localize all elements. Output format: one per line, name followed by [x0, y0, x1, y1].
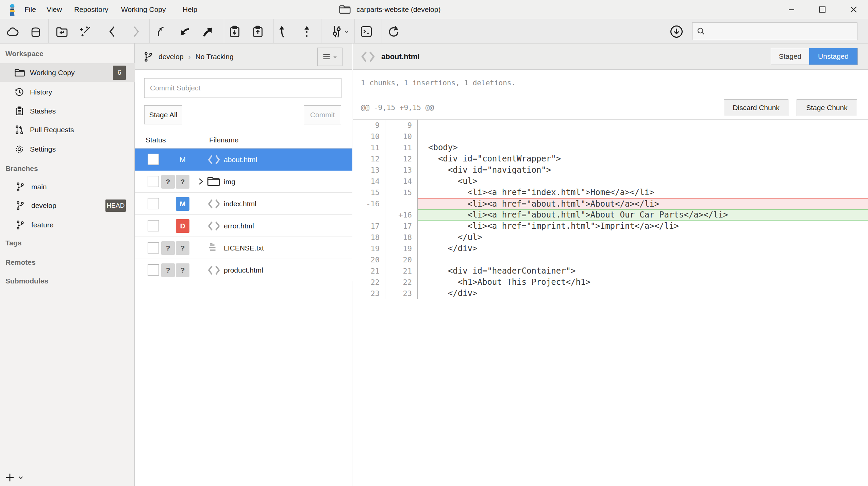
stage-checkbox[interactable] — [148, 176, 159, 187]
push-icon[interactable] — [200, 24, 215, 39]
unstaged-tab[interactable]: Unstaged — [809, 48, 857, 65]
menu-repository[interactable]: Repository — [72, 0, 110, 19]
diff-line: 1111<body> — [353, 142, 868, 153]
dashed-arrow-icon[interactable] — [299, 24, 315, 39]
commit-button[interactable]: Commit — [304, 105, 341, 124]
stage-chunk-button[interactable]: Stage Chunk — [797, 99, 857, 116]
open-repository-icon[interactable] — [54, 24, 70, 39]
menu-help[interactable]: Help — [181, 0, 199, 19]
forward-icon[interactable] — [128, 24, 144, 39]
status-untracked-badge: ? — [161, 175, 175, 189]
staged-tab[interactable]: Staged — [771, 48, 809, 65]
commit-subject-input[interactable] — [144, 78, 341, 98]
filename-label: img — [224, 171, 235, 193]
filename-label: index.html — [224, 193, 256, 215]
pull-icon[interactable] — [177, 24, 192, 39]
fork-app-icon — [6, 3, 18, 16]
terminal-icon[interactable] — [358, 24, 374, 39]
diff-line: 1515 <li><a href="index.html">Home</a></… — [353, 187, 868, 198]
settings-gear-icon — [14, 144, 24, 154]
branches-header: Branches — [5, 164, 38, 173]
filename-label: about.html — [224, 149, 257, 171]
repository-drive-icon[interactable] — [28, 24, 44, 39]
stage-checkbox[interactable] — [148, 154, 159, 165]
fetch-cloud-icon[interactable] — [5, 24, 20, 39]
sidebar-item-label: Stashes — [30, 107, 56, 115]
search-box[interactable] — [692, 22, 857, 40]
expand-chevron-icon[interactable] — [197, 177, 204, 186]
file-row-product[interactable]: ? ? product.html — [135, 259, 352, 281]
diff-line: 1717 <li><a href="imprint.html">Imprint<… — [353, 221, 868, 232]
diff-line: 1414 <ul> — [353, 176, 868, 187]
stashes-icon — [14, 106, 24, 117]
sidebar-item-pull-requests[interactable]: Pull Requests — [0, 120, 135, 139]
tracking-status-label: No Tracking — [196, 53, 234, 61]
status-deleted-badge: D — [176, 219, 189, 233]
sidebar-item-stashes[interactable]: Stashes — [0, 102, 135, 120]
add-repository-button[interactable] — [5, 472, 24, 483]
code-file-icon — [207, 197, 221, 211]
maximize-button[interactable] — [812, 0, 833, 19]
diff-line: 1919 </div> — [353, 243, 868, 254]
menu-view[interactable]: View — [45, 0, 64, 19]
create-branch-icon[interactable] — [276, 24, 291, 39]
stash-icon[interactable] — [227, 24, 243, 39]
hunk-header-row: @@ -9,15 +9,15 @@ Discard Chunk Stage Ch… — [353, 96, 868, 120]
status-modified-badge: M — [176, 153, 189, 167]
branch-label: main — [31, 183, 47, 191]
branch-item-main[interactable]: main — [0, 178, 135, 195]
chevron-down-icon — [344, 29, 350, 35]
diff-line-removed: -16 <li><a href="about.html">About</a></… — [353, 198, 868, 209]
file-row-img[interactable]: ? ? img — [135, 171, 352, 193]
filename-column-header: Filename — [209, 136, 238, 144]
undo-checkout-icon[interactable] — [154, 24, 169, 39]
branch-options-button[interactable] — [317, 48, 343, 66]
minimize-button[interactable] — [781, 0, 802, 19]
fork-app-window: File View Repository Working Copy Help c… — [0, 0, 868, 486]
diff-summary: 1 chunks, 1 insertions, 1 deletions. — [361, 70, 516, 96]
branch-item-develop[interactable]: develop HEAD — [0, 197, 135, 214]
quick-launch-wand-icon[interactable] — [78, 24, 93, 39]
tags-header[interactable]: Tags — [5, 239, 21, 247]
stage-checkbox[interactable] — [148, 198, 159, 209]
close-button[interactable] — [843, 0, 865, 19]
file-row-license[interactable]: ? ? LICENSE.txt — [135, 237, 352, 259]
diff-line-added: +16 <li><a href="about.html">About Our C… — [353, 209, 868, 221]
menu-working-copy[interactable]: Working Copy — [119, 0, 168, 19]
diff-line: 1212 <div id="contentWrapper"> — [353, 153, 868, 164]
branch-item-feature[interactable]: feature — [0, 216, 135, 233]
stage-all-button[interactable]: Stage All — [144, 105, 182, 124]
pop-stash-icon[interactable] — [250, 24, 266, 39]
compare-branches-dropdown[interactable] — [327, 24, 352, 39]
menu-file[interactable]: File — [22, 0, 38, 19]
submodules-header[interactable]: Submodules — [5, 277, 48, 285]
refresh-icon[interactable] — [386, 24, 401, 39]
stage-checkbox[interactable] — [148, 242, 159, 254]
commit-panel: develop › No Tracking Stage All Commit S… — [135, 44, 352, 486]
sidebar-item-history[interactable]: History — [0, 83, 135, 101]
remotes-header[interactable]: Remotes — [5, 258, 36, 266]
code-file-icon — [207, 219, 221, 233]
diff-line: 2121 <div id="headerContainer"> — [353, 265, 868, 277]
diff-line: 1010 — [353, 131, 868, 142]
staged-unstaged-toggle: Staged Unstaged — [771, 48, 858, 65]
discard-chunk-button[interactable]: Discard Chunk — [724, 99, 788, 116]
text-file-icon — [207, 241, 221, 255]
filename-label: LICENSE.txt — [224, 237, 264, 259]
current-branch-label: develop — [158, 53, 184, 61]
back-icon[interactable] — [105, 24, 120, 39]
stage-checkbox[interactable] — [148, 264, 159, 276]
file-table-header: Status Filename — [135, 132, 352, 149]
sidebar-item-settings[interactable]: Settings — [0, 140, 135, 158]
search-input[interactable] — [709, 23, 857, 40]
file-row-error[interactable]: D error.html — [135, 215, 352, 237]
file-row-about[interactable]: M about.html — [135, 149, 352, 171]
branch-label: feature — [31, 221, 53, 229]
sidebar-item-working-copy[interactable]: Working Copy 6 — [0, 63, 135, 82]
fetch-status-icon[interactable] — [669, 24, 684, 39]
window-title: carparts-website (develop) — [339, 0, 440, 19]
diff-code-view[interactable]: 99 1010 1111<body> 1212 <div id="content… — [353, 120, 868, 299]
file-row-index[interactable]: M index.html — [135, 193, 352, 215]
stage-checkbox[interactable] — [148, 220, 159, 231]
toolbar — [0, 19, 868, 44]
